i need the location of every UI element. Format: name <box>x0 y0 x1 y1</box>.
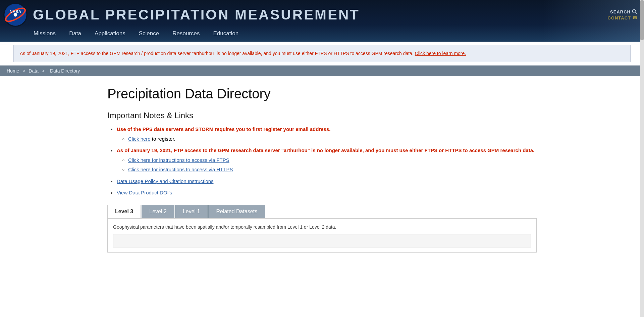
breadcrumb-current: Data Directory <box>50 68 80 74</box>
note-ftp-text: As of January 19, 2021, FTP access to th… <box>117 147 534 153</box>
tab-level3[interactable]: Level 3 <box>107 205 141 218</box>
envelope-icon: ✉ <box>633 15 637 20</box>
nav-education[interactable]: Education <box>213 29 238 38</box>
svg-point-3 <box>14 13 17 17</box>
tab-content-level3: Geophysical parameters that have been sp… <box>107 218 537 253</box>
note-register-text: Use of the PPS data servers and STORM re… <box>117 126 330 132</box>
nav-data[interactable]: Data <box>69 29 81 38</box>
ftp-sublist: Click here for instructions to access vi… <box>122 156 537 174</box>
breadcrumb: Home > Data > Data Directory <box>0 65 644 76</box>
tab-related-datasets[interactable]: Related Datasets <box>208 205 265 218</box>
breadcrumb-sep1: > <box>22 68 26 74</box>
tabs-container: Level 3 Level 2 Level 1 Related Datasets… <box>107 205 537 253</box>
section-title: Important Notes & Links <box>107 111 537 120</box>
register-suffix: to register. <box>152 136 175 142</box>
alert-link[interactable]: Click here to learn more. <box>415 51 466 56</box>
data-usage-link[interactable]: Data Usage Policy and Citation Instructi… <box>117 178 213 184</box>
tab-level2[interactable]: Level 2 <box>142 205 174 218</box>
nav-science[interactable]: Science <box>139 29 159 38</box>
https-link[interactable]: Click here for instructions to access vi… <box>128 167 233 172</box>
search-label: SEARCH <box>610 9 631 14</box>
search-contact-group: SEARCH CONTACT ✉ <box>607 9 637 20</box>
ftps-sub-item: Click here for instructions to access vi… <box>122 156 537 164</box>
alert-banner: As of January 19, 2021, FTP access to th… <box>13 45 631 62</box>
page-title: Precipitation Data Directory <box>107 86 537 101</box>
contact-label: CONTACT <box>607 15 631 20</box>
site-title: GLOBAL PRECIPITATION MEASUREMENT <box>33 7 360 23</box>
tab-level1[interactable]: Level 1 <box>175 205 208 218</box>
note-ftp: As of January 19, 2021, FTP access to th… <box>111 147 537 174</box>
site-header: NASA GLOBAL PRECIPITATION MEASUREMENT SE… <box>0 0 644 42</box>
scrollbar[interactable] <box>640 0 644 266</box>
note-doi: View Data Product DOI's <box>111 189 537 197</box>
search-row[interactable]: SEARCH <box>610 9 637 14</box>
header-top: NASA GLOBAL PRECIPITATION MEASUREMENT SE… <box>0 0 644 27</box>
breadcrumb-sep2: > <box>42 68 46 74</box>
main-content: Precipitation Data Directory Important N… <box>80 76 564 266</box>
nav-resources[interactable]: Resources <box>172 29 200 38</box>
note-data-usage: Data Usage Policy and Citation Instructi… <box>111 178 537 185</box>
breadcrumb-home[interactable]: Home <box>7 68 19 74</box>
tab-content-inner <box>113 234 531 247</box>
register-sublist: Click here to register. <box>122 135 537 143</box>
main-nav: Missions Data Applications Science Resou… <box>0 27 644 42</box>
svg-point-4 <box>633 10 636 13</box>
ftps-link[interactable]: Click here for instructions to access vi… <box>128 157 229 163</box>
tabs-row: Level 3 Level 2 Level 1 Related Datasets <box>107 205 537 218</box>
scrollbar-thumb[interactable] <box>640 0 644 40</box>
nasa-logo[interactable]: NASA <box>3 3 28 27</box>
doi-link[interactable]: View Data Product DOI's <box>117 190 172 195</box>
logo-title-group: NASA GLOBAL PRECIPITATION MEASUREMENT <box>3 3 360 27</box>
alert-text: As of January 19, 2021, FTP access to th… <box>20 51 414 56</box>
level3-description: Geophysical parameters that have been sp… <box>113 224 336 230</box>
nav-missions[interactable]: Missions <box>34 29 56 38</box>
breadcrumb-data[interactable]: Data <box>29 68 39 74</box>
register-sub-item: Click here to register. <box>122 135 537 143</box>
register-link[interactable]: Click here <box>128 136 151 142</box>
nav-applications[interactable]: Applications <box>95 29 125 38</box>
notes-list: Use of the PPS data servers and STORM re… <box>111 126 537 197</box>
search-icon <box>632 9 637 14</box>
note-register: Use of the PPS data servers and STORM re… <box>111 126 537 143</box>
https-sub-item: Click here for instructions to access vi… <box>122 166 537 174</box>
contact-row[interactable]: CONTACT ✉ <box>607 15 637 20</box>
svg-line-5 <box>636 13 637 14</box>
